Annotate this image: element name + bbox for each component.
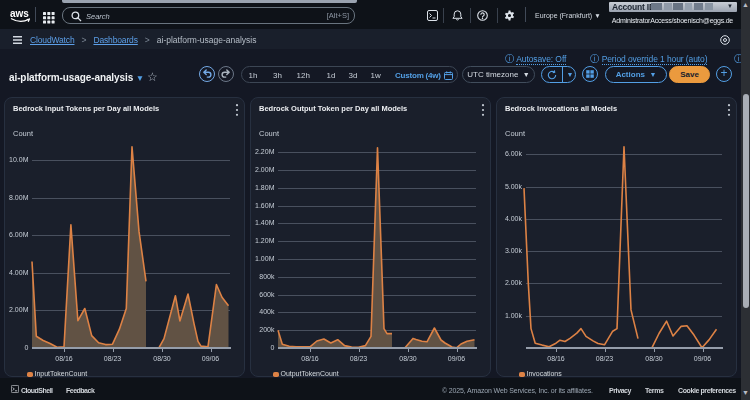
svg-text:aws: aws bbox=[10, 8, 29, 19]
